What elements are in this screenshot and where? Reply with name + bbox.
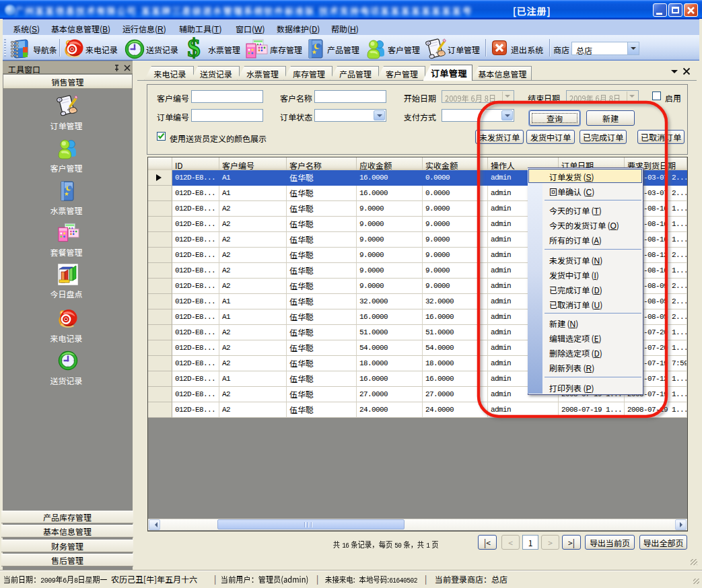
svg-text:$: $ <box>188 37 201 60</box>
